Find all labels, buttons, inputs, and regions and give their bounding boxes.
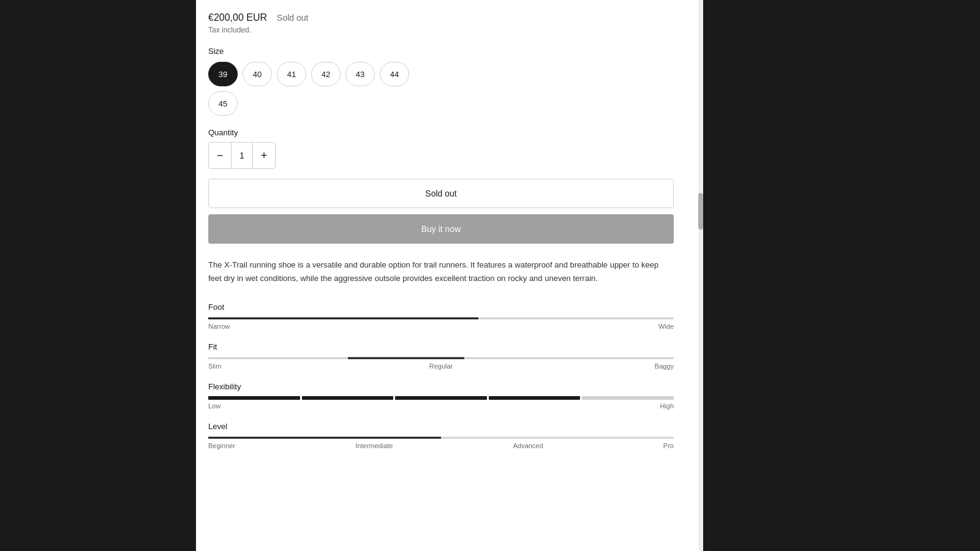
size-btn-45[interactable]: 45 xyxy=(208,91,238,116)
segment-5 xyxy=(582,396,674,400)
segment-4 xyxy=(489,396,581,400)
level-label-pro: Pro xyxy=(663,442,674,449)
size-btn-44[interactable]: 44 xyxy=(380,62,409,86)
sold-out-badge: Sold out xyxy=(277,13,308,23)
level-labels: Beginner Intermediate Advanced Pro xyxy=(208,442,674,449)
sidebar-right xyxy=(698,0,980,551)
attribute-level-bar xyxy=(208,436,674,440)
flexibility-labels: Low High xyxy=(208,402,674,410)
segment-1 xyxy=(208,396,300,400)
price-row: €200,00 EUR Sold out xyxy=(208,12,674,23)
quantity-label: Quantity xyxy=(208,128,674,137)
level-label-advanced: Advanced xyxy=(513,442,543,449)
fit-max-label: Baggy xyxy=(655,362,674,370)
quantity-value: 1 xyxy=(231,143,253,168)
size-label: Size xyxy=(208,47,674,56)
attribute-fit-bar xyxy=(208,356,674,360)
price: €200,00 EUR xyxy=(208,12,267,23)
foot-min-label: Narrow xyxy=(208,323,230,330)
attribute-level: Level Beginner Intermediate Advanced Pro xyxy=(208,422,674,449)
quantity-increase-button[interactable]: + xyxy=(253,143,275,168)
attribute-foot: Foot Narrow Wide xyxy=(208,302,674,330)
attribute-flexibility-label: Flexibility xyxy=(208,382,674,391)
size-btn-43[interactable]: 43 xyxy=(345,62,375,86)
flexibility-max-label: High xyxy=(660,402,674,410)
attribute-flexibility: Flexibility Low High xyxy=(208,382,674,410)
buy-it-now-button[interactable]: Buy it now xyxy=(208,214,674,244)
sidebar-left xyxy=(0,0,196,551)
scrollbar-thumb[interactable] xyxy=(698,193,703,230)
attribute-foot-bar xyxy=(208,317,674,320)
size-btn-41[interactable]: 41 xyxy=(277,62,306,86)
size-btn-39[interactable]: 39 xyxy=(208,62,238,86)
flexibility-min-label: Low xyxy=(208,402,221,410)
product-area: €200,00 EUR Sold out Tax included. Size … xyxy=(196,0,698,474)
fit-min-label: Slim xyxy=(208,362,221,370)
foot-max-label: Wide xyxy=(658,323,674,330)
attribute-foot-labels: Narrow Wide xyxy=(208,323,674,330)
level-label-intermediate: Intermediate xyxy=(355,442,393,449)
attribute-fit-label: Fit xyxy=(208,342,674,351)
size-btn-40[interactable]: 40 xyxy=(243,62,272,86)
level-label-beginner: Beginner xyxy=(208,442,235,449)
main-content: €200,00 EUR Sold out Tax included. Size … xyxy=(196,0,698,551)
attribute-fit-labels: Slim Regular Baggy xyxy=(208,362,674,370)
attribute-fit: Fit Slim Regular Baggy xyxy=(208,342,674,370)
fit-mid-label: Regular xyxy=(429,362,453,370)
flexibility-bar xyxy=(208,396,674,400)
tax-info: Tax included. xyxy=(208,26,674,34)
size-btn-42[interactable]: 42 xyxy=(311,62,341,86)
segment-3 xyxy=(395,396,487,400)
sold-out-button: Sold out xyxy=(208,179,674,208)
size-options: 39 40 41 42 43 44 xyxy=(208,62,674,86)
attribute-foot-label: Foot xyxy=(208,302,674,312)
quantity-decrease-button[interactable]: − xyxy=(209,143,231,168)
quantity-control: − 1 + xyxy=(208,142,276,169)
attribute-level-label: Level xyxy=(208,422,674,431)
segment-2 xyxy=(302,396,394,400)
product-description: The X-Trail running shoe is a versatile … xyxy=(208,258,674,285)
quantity-section: Quantity − 1 + xyxy=(208,128,674,169)
size-options-row2: 45 xyxy=(208,91,674,116)
